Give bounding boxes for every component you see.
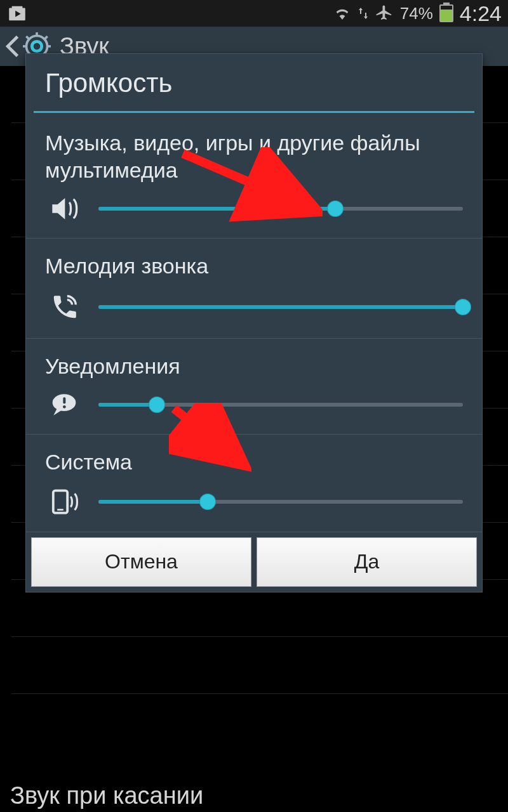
svg-rect-14 — [57, 509, 64, 511]
speaker-icon — [50, 196, 82, 221]
volume-section-notifications: Уведомления — [26, 339, 482, 435]
volume-section-system: Система — [26, 435, 482, 532]
volume-slider-ringtone[interactable] — [98, 298, 463, 317]
dialog-title: Громкость — [26, 54, 482, 111]
svg-rect-4 — [23, 45, 27, 48]
airplane-mode-icon — [375, 4, 394, 23]
back-chevron-icon[interactable] — [5, 36, 19, 57]
battery-icon — [439, 4, 453, 22]
status-left — [6, 3, 28, 24]
status-clock: 4:24 — [460, 1, 502, 26]
phone-vibrate-icon — [50, 488, 81, 515]
svg-point-12 — [63, 405, 66, 409]
cancel-button[interactable]: Отмена — [31, 537, 251, 587]
volume-slider-media[interactable] — [98, 199, 463, 218]
phone-ring-icon — [50, 292, 79, 322]
volume-slider-notifications[interactable] — [98, 395, 463, 414]
title-divider — [34, 111, 474, 113]
volume-label-ringtone: Мелодия звонка — [45, 252, 463, 280]
volume-slider-system[interactable] — [98, 492, 463, 511]
data-arrows-icon — [358, 6, 368, 20]
svg-rect-11 — [63, 397, 65, 403]
volume-label-media: Музыка, видео, игры и другие файлы мульт… — [45, 129, 463, 183]
battery-fill — [441, 10, 452, 21]
status-right: 74% 4:24 — [333, 1, 502, 26]
volume-section-ringtone: Мелодия звонка — [26, 239, 482, 339]
dialog-button-row: Отмена Да — [26, 532, 482, 592]
ok-button[interactable]: Да — [257, 537, 477, 587]
background-item-touch-sound: Звук при касании — [10, 782, 203, 809]
play-store-icon — [6, 3, 28, 24]
svg-rect-5 — [48, 45, 51, 48]
volume-section-media: Музыка, видео, игры и другие файлы мульт… — [26, 115, 482, 239]
volume-label-system: Система — [45, 449, 463, 476]
svg-rect-2 — [36, 32, 38, 36]
notification-bubble-icon — [50, 392, 78, 417]
wifi-icon — [333, 5, 352, 22]
status-bar: 74% 4:24 — [0, 0, 508, 27]
volume-label-notifications: Уведомления — [45, 353, 463, 380]
battery-percent: 74% — [400, 4, 433, 23]
volume-dialog: Громкость Музыка, видео, игры и другие ф… — [25, 53, 483, 593]
